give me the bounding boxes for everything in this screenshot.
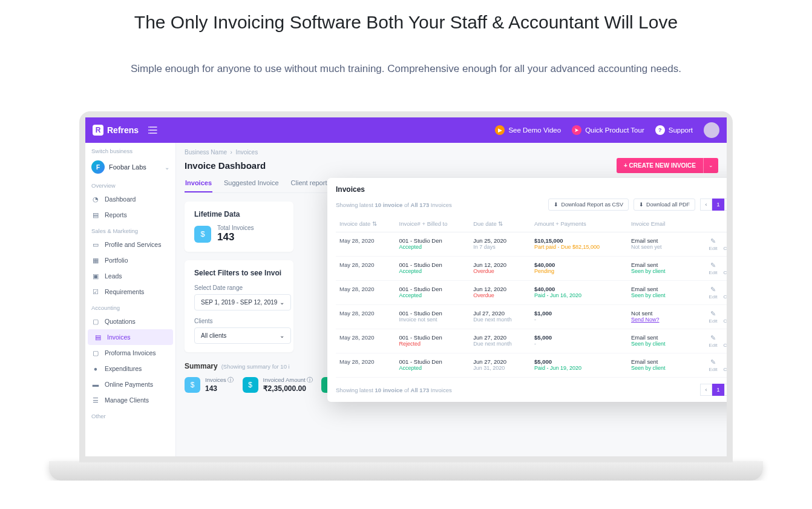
edit-button[interactable]: ✎Edit <box>709 310 718 324</box>
summary-value: ₹2,35,000.00 <box>263 384 313 393</box>
table-row[interactable]: May 28, 2020 001 - Studio DenAccepted Ju… <box>336 281 727 305</box>
date-range-label: Select Date range <box>194 284 284 291</box>
copy-button[interactable]: ⧉Copy <box>723 237 727 251</box>
sidebar-item-expenditures[interactable]: ●Expenditures <box>85 361 175 376</box>
demo-video-link[interactable]: ▶ See Demo Video <box>495 125 561 135</box>
col-email[interactable]: Invoice Email <box>627 215 683 232</box>
pencil-icon: ✎ <box>710 286 716 294</box>
chevron-down-icon: ⌄ <box>280 332 284 339</box>
sidebar-item-proforma[interactable]: ▢Proforma Invoices <box>85 345 175 361</box>
table-row[interactable]: May 28, 2020 001 - Studio DenRejected Ju… <box>336 329 727 353</box>
table-row[interactable]: May 28, 2020 001 - Studio DenInvoice not… <box>336 305 727 329</box>
user-avatar[interactable] <box>704 122 719 138</box>
cell-billed: 001 - Studio DenAccepted <box>396 281 470 305</box>
edit-button[interactable]: ✎Edit <box>709 358 718 372</box>
cell-amount: $40,000Paid - Jun 16, 2020 <box>531 281 627 305</box>
pager-page-2[interactable]: 2 <box>724 199 727 211</box>
create-invoice-dropdown[interactable]: ⌄ <box>703 158 718 173</box>
tab-suggested[interactable]: Suggested Invoice <box>223 179 280 192</box>
copy-button[interactable]: ⧉Copy <box>723 261 727 275</box>
col-billed-to[interactable]: Invoice# + Billed to <box>396 215 470 232</box>
cell-date: May 28, 2020 <box>336 257 396 281</box>
brand-logo[interactable]: R Refrens <box>93 125 139 136</box>
clients-label: Clients <box>194 318 284 324</box>
document-icon: ▢ <box>91 317 100 326</box>
pager-page-2[interactable]: 2 <box>724 384 727 396</box>
id-card-icon: ▭ <box>91 240 100 249</box>
sidebar-item-online-payments[interactable]: ▬Online Payments <box>85 376 175 392</box>
checklist-icon: ☑ <box>91 287 100 296</box>
create-invoice-button[interactable]: + CREATE NEW INVOICE ⌄ <box>617 158 718 173</box>
cell-actions: ✎Edit ⧉Copy ✉Send ⋯More <box>683 281 727 305</box>
section-marketing: Sales & Marketing <box>85 223 175 237</box>
cell-amount: $5,000Paid - Jun 19, 2020 <box>531 353 627 378</box>
hero-title: The Only Invoicing Software Both Your St… <box>0 12 812 33</box>
section-other: Other <box>85 408 175 422</box>
lifetime-data-card: Lifetime Data $ Total Invoices 143 <box>185 202 293 252</box>
download-pdf-button[interactable]: ⬇Download all PDF <box>634 199 695 211</box>
col-invoice-date[interactable]: Invoice date ⇅ <box>336 215 396 232</box>
col-due-date[interactable]: Due date ⇅ <box>470 215 531 232</box>
page-title: Invoice Dashboard <box>185 160 266 171</box>
copy-button[interactable]: ⧉Copy <box>723 358 727 372</box>
cell-due: Jun 27, 2020Jun 31, 2020 <box>470 353 531 378</box>
edit-button[interactable]: ✎Edit <box>709 286 718 300</box>
pager-prev[interactable]: ‹ <box>700 199 712 211</box>
cell-actions: ✎Edit ⧉Copy ✉Send ⋯More <box>683 305 727 329</box>
sidebar-item-reports[interactable]: ▤Reports <box>85 207 175 223</box>
sidebar-item-portfolio[interactable]: ▦Portfolio <box>85 252 175 268</box>
section-overview: Overview <box>85 177 175 191</box>
summary-value: 143 <box>205 384 234 393</box>
brand-name: Refrens <box>107 125 139 135</box>
cell-billed: 001 - Studio DenAccepted <box>396 232 470 257</box>
cell-due: Jun 25, 2020In 7 days <box>470 232 531 257</box>
pager-prev[interactable]: ‹ <box>700 384 712 396</box>
chevron-down-icon: ⌄ <box>165 164 169 171</box>
sidebar-item-requirements[interactable]: ☑Requirements <box>85 284 175 300</box>
sidebar-item-manage-clients[interactable]: ☰Manage Clients <box>85 392 175 408</box>
edit-button[interactable]: ✎Edit <box>709 261 718 275</box>
cursor-icon: ➤ <box>572 125 581 135</box>
cell-date: May 28, 2020 <box>336 329 396 353</box>
copy-button[interactable]: ⧉Copy <box>723 286 727 300</box>
date-range-select[interactable]: SEP 1, 2019 - SEP 12, 2019⌄ <box>194 294 291 310</box>
pagination-bottom: ‹ 1 2 ⋯ 7 › <box>700 384 727 396</box>
stat-icon: $ <box>243 377 258 393</box>
total-invoices-value: 143 <box>217 231 254 243</box>
pager-page-1[interactable]: 1 <box>712 199 724 211</box>
tab-client-reports[interactable]: Client reports <box>290 179 331 192</box>
support-link[interactable]: ? Support <box>655 125 693 135</box>
table-row[interactable]: May 28, 2020 001 - Studio DenAccepted Ju… <box>336 257 727 281</box>
clients-select[interactable]: All clients⌄ <box>194 327 291 344</box>
table-row[interactable]: May 28, 2020 001 - Studio DenAccepted Ju… <box>336 232 727 257</box>
col-amount[interactable]: Amount + Payments <box>531 215 627 232</box>
copy-button[interactable]: ⧉Copy <box>723 310 727 324</box>
copy-button[interactable]: ⧉Copy <box>723 334 727 348</box>
cell-actions: ✎Edit ⧉Copy ✉Send ⋯More <box>683 232 727 257</box>
edit-button[interactable]: ✎Edit <box>709 334 718 348</box>
edit-button[interactable]: ✎Edit <box>709 237 718 251</box>
tab-invoices[interactable]: Invoices <box>185 179 212 192</box>
sidebar-item-invoices[interactable]: ▤Invoices <box>88 329 173 345</box>
pencil-icon: ✎ <box>710 261 716 269</box>
pager-page-1[interactable]: 1 <box>712 384 724 396</box>
table-row[interactable]: May 28, 2020 001 - Studio DenAccepted Ju… <box>336 353 727 378</box>
download-csv-button[interactable]: ⬇Download Report as CSV <box>548 199 629 211</box>
sidebar-item-profile[interactable]: ▭Profile and Services <box>85 237 175 252</box>
product-tour-link[interactable]: ➤ Quick Product Tour <box>572 125 644 135</box>
coin-icon: ● <box>91 364 100 373</box>
pencil-icon: ✎ <box>710 310 716 318</box>
invoices-table: Invoice date ⇅ Invoice# + Billed to Due … <box>336 215 727 378</box>
laptop-base <box>49 461 763 481</box>
business-switcher[interactable]: F Foobar Labs ⌄ <box>85 157 175 177</box>
sidebar-item-dashboard[interactable]: ◔Dashboard <box>85 191 175 207</box>
col-actions: Actions <box>683 215 727 232</box>
cell-email: Email sentSeen by client <box>627 257 683 281</box>
cell-date: May 28, 2020 <box>336 232 396 257</box>
switch-business-label: Switch business <box>85 143 175 157</box>
sidebar-item-quotations[interactable]: ▢Quotations <box>85 314 175 329</box>
cell-due: Jun 12, 2020Overdue <box>470 257 531 281</box>
menu-toggle-icon[interactable] <box>148 126 158 134</box>
sidebar-item-leads[interactable]: ▣Leads <box>85 268 175 284</box>
cell-email: Email sentNot seen yet <box>627 232 683 257</box>
